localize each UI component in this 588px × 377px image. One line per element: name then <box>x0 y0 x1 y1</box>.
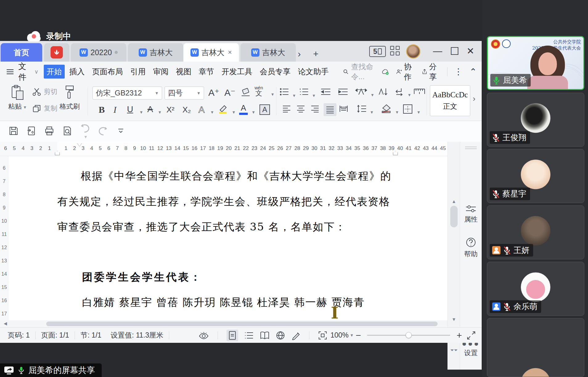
menu-paper-helper[interactable]: 论文助手 <box>295 65 332 79</box>
undo-button[interactable]: ▼ <box>80 124 91 140</box>
next-page-icon[interactable]: ⏷⏷ <box>448 347 460 353</box>
read-mode-icon[interactable] <box>260 331 270 340</box>
hamburger-menu-icon[interactable] <box>6 68 14 75</box>
help-button[interactable]: 帮助 <box>460 237 482 259</box>
fit-page-icon[interactable] <box>318 331 327 340</box>
first-line-indent-marker[interactable] <box>77 143 82 146</box>
superscript-button[interactable]: X² <box>166 105 174 115</box>
export-pdf-button[interactable] <box>26 126 37 137</box>
bold-button[interactable]: B <box>99 104 105 115</box>
menu-section[interactable]: 章节 <box>196 65 217 79</box>
zoom-level[interactable]: 100% <box>330 331 349 339</box>
account-avatar[interactable] <box>406 44 420 59</box>
underline-button[interactable]: U <box>127 104 133 114</box>
paragraph-direction-button[interactable] <box>394 87 404 96</box>
font-name-select[interactable]: 仿宋_GB2312▼ <box>92 87 162 99</box>
command-search[interactable]: 查找命令... <box>343 62 381 82</box>
increase-font-button[interactable]: A⁺ <box>208 87 219 98</box>
edit-mode-icon[interactable] <box>291 331 300 340</box>
collapse-ribbon-icon[interactable]: ⌃ <box>470 67 477 77</box>
zoom-slider[interactable] <box>367 335 450 336</box>
menu-page-layout[interactable]: 页面布局 <box>89 65 126 79</box>
line-spacing-button[interactable] <box>357 104 367 113</box>
char-shading-button[interactable]: A <box>259 104 270 115</box>
char-scale-button[interactable] <box>355 87 367 96</box>
participant-tile[interactable]: 公共外交学院 2023学年学生代表大会 屈美希 <box>487 36 584 90</box>
tab-document-1[interactable]: W 20220 <box>71 43 126 62</box>
borders-button[interactable] <box>402 104 413 114</box>
zoom-slider-knob[interactable] <box>406 332 412 338</box>
font-color-button[interactable]: A <box>239 103 248 115</box>
participant-tile[interactable]: 王妍 <box>487 205 584 259</box>
font-size-select[interactable]: 四号▼ <box>165 87 204 99</box>
zoom-out-button[interactable]: − <box>356 330 361 341</box>
increase-indent-button[interactable] <box>338 88 348 96</box>
participant-tile[interactable]: 蔡星宇 <box>487 149 584 203</box>
zoom-in-button[interactable]: + <box>456 330 462 341</box>
web-layout-icon[interactable] <box>276 331 285 340</box>
hscrollbar-thumb[interactable] <box>46 322 438 326</box>
close-button[interactable]: ✕ <box>467 46 474 56</box>
copy-button[interactable]: 复制 <box>32 104 57 113</box>
scrollbar-thumb[interactable] <box>450 206 458 227</box>
justify-button[interactable] <box>324 103 337 116</box>
zoom-dropdown-icon[interactable]: ▼ <box>350 333 354 338</box>
tab-close-icon[interactable]: × <box>228 48 232 56</box>
decrease-font-button[interactable]: A⁻ <box>224 87 235 98</box>
maximize-button[interactable]: ☐ <box>450 46 459 56</box>
subscript-button[interactable]: X₂ <box>182 105 191 115</box>
tab-document-active[interactable]: W 吉林大 × <box>183 43 239 62</box>
shading-button[interactable] <box>381 104 392 114</box>
decrease-indent-button[interactable] <box>321 88 331 96</box>
style-gallery[interactable]: AaBbCcDc 正文 <box>430 85 470 116</box>
tab-document-2[interactable]: W 吉林大 <box>128 43 183 62</box>
multiwindow-button[interactable]: 5 <box>369 46 386 57</box>
menu-dev-tools[interactable]: 开发工具 <box>219 65 255 79</box>
participant-tile-partial[interactable] <box>487 318 584 377</box>
more-options-icon[interactable]: ⋮ <box>454 67 463 77</box>
redo-button[interactable] <box>97 126 108 137</box>
sort-button[interactable] <box>378 87 388 96</box>
fullscreen-icon[interactable] <box>467 331 476 340</box>
strikethrough-button[interactable]: A <box>147 104 153 114</box>
align-center-button[interactable] <box>296 105 305 112</box>
align-left-button[interactable] <box>282 105 291 112</box>
scroll-up-icon[interactable]: ▲ <box>448 199 460 204</box>
menu-insert[interactable]: 插入 <box>67 65 88 79</box>
scroll-down-icon[interactable]: ▼ <box>448 317 460 322</box>
horizontal-ruler[interactable]: 6543211234567891011121314151617181920212… <box>0 142 447 156</box>
distribute-button[interactable] <box>339 105 348 112</box>
bullets-button[interactable] <box>280 88 289 96</box>
tab-document-3[interactable]: W 吉林大 <box>240 43 296 62</box>
eye-protection-icon[interactable] <box>198 331 209 340</box>
participant-tile[interactable]: 王俊翔 <box>487 93 584 147</box>
cut-button[interactable]: 剪切 <box>32 87 57 96</box>
numbering-button[interactable] <box>300 88 309 96</box>
style-gallery-expand-icon[interactable]: › <box>473 94 476 103</box>
pane-drag-handle[interactable] <box>465 147 477 149</box>
outline-view-icon[interactable] <box>244 331 254 339</box>
print-button[interactable] <box>44 126 55 137</box>
highlight-button[interactable] <box>218 104 228 114</box>
italic-button[interactable]: I <box>113 104 116 115</box>
collaborate-button[interactable]: 协作 <box>396 62 415 82</box>
format-painter-button[interactable]: 格式刷 <box>57 85 82 111</box>
workspace-grid-icon[interactable] <box>390 46 401 56</box>
menu-file[interactable]: 文件 <box>18 61 32 83</box>
scroll-left-icon[interactable]: ◀ <box>4 321 7 326</box>
share-button[interactable]: 分享 <box>422 62 440 82</box>
menu-review[interactable]: 审阅 <box>150 65 171 79</box>
new-tab-button[interactable]: + <box>313 49 319 59</box>
text-effects-button[interactable]: A <box>198 104 205 115</box>
clear-format-icon[interactable] <box>240 88 251 97</box>
paste-button[interactable]: 粘贴▼ <box>7 85 28 111</box>
print-preview-button[interactable] <box>62 126 73 137</box>
menu-references[interactable]: 引用 <box>128 65 149 79</box>
tab-ruler-button[interactable] <box>414 87 425 96</box>
menu-member[interactable]: 会员专享 <box>257 65 293 79</box>
tab-wps-logo[interactable] <box>44 43 69 62</box>
participant-tile[interactable]: 余乐萌 <box>487 262 584 316</box>
file-dropdown-icon[interactable]: ∨ <box>35 68 39 75</box>
pinyin-guide-button[interactable]: wén 文 <box>255 85 263 97</box>
tab-home[interactable]: 首页 <box>1 43 42 62</box>
